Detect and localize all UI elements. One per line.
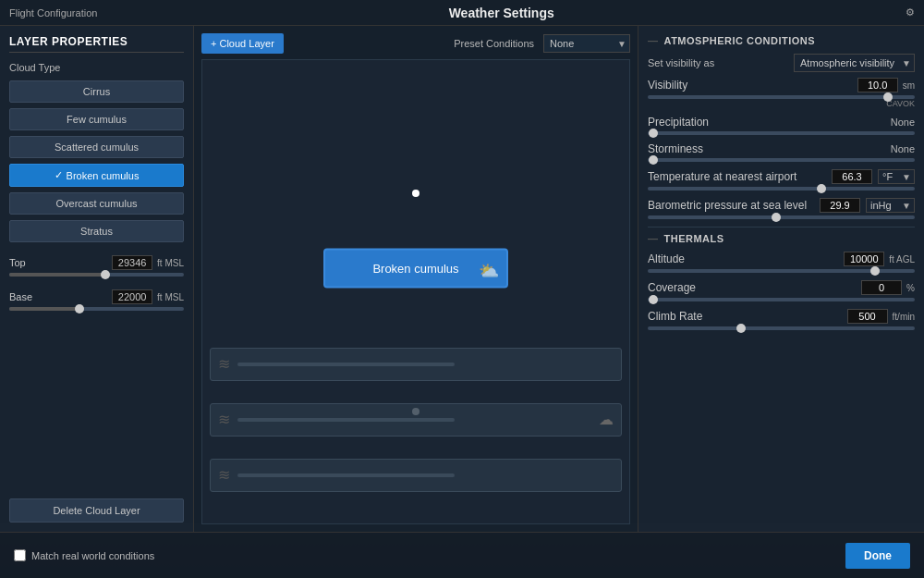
cloud-type-few-cumulus[interactable]: Few cumulus xyxy=(9,108,184,130)
pressure-slider-track[interactable] xyxy=(648,215,915,219)
altitude-thumb[interactable] xyxy=(870,266,880,276)
inactive-layer-2[interactable]: ≋ ☁ xyxy=(210,403,622,437)
bottom-bar: Match real world conditions Done xyxy=(0,532,924,578)
window-title: Weather Settings xyxy=(449,6,554,20)
set-visibility-label: Set visibility as xyxy=(648,57,794,68)
cloud-type-scattered-cumulus[interactable]: Scattered cumulus xyxy=(9,136,184,158)
cloud-icon: ⛅ xyxy=(479,261,499,281)
active-cloud-layer[interactable]: Broken cumulus ⛅ xyxy=(323,249,508,289)
pressure-label: Barometric pressure at sea level xyxy=(648,199,807,212)
top-slider-thumb[interactable] xyxy=(101,270,110,279)
base-slider-thumb[interactable] xyxy=(75,304,84,314)
visibility-label: Visibility xyxy=(648,79,687,92)
altitude-label: Altitude xyxy=(648,252,685,265)
base-slider-value[interactable]: 22000 xyxy=(112,289,152,304)
pressure-unit-wrapper: inHghPammHg ▼ xyxy=(866,198,915,213)
preset-select-wrapper: None Clear Sky Partly Cloudy Overcast St… xyxy=(543,34,630,53)
base-slider-fill xyxy=(9,307,79,311)
main-container: LAYER PROPERTIES Cloud Type Cirrus Few c… xyxy=(0,26,924,532)
top-slider-track[interactable] xyxy=(9,273,184,277)
pressure-thumb[interactable] xyxy=(772,213,781,222)
storminess-label: Storminess xyxy=(648,142,703,155)
thermals-separator xyxy=(648,227,915,228)
atmospheric-section-header: ATMOSPHERIC CONDITIONS xyxy=(648,35,915,46)
altitude-unit: ft AGL xyxy=(889,254,915,264)
temperature-slider-row: Temperature at nearest airport 66.3 °F°C… xyxy=(648,169,915,191)
wind-icon-1: ≋ xyxy=(218,355,230,373)
visibility-slider-track[interactable] xyxy=(648,95,915,99)
cloud-type-stratus[interactable]: Stratus xyxy=(9,220,184,242)
precipitation-none: None xyxy=(891,117,915,128)
add-layer-button[interactable]: + Cloud Layer xyxy=(201,33,284,54)
top-slider-fill xyxy=(9,273,105,277)
precipitation-thumb[interactable] xyxy=(649,129,658,138)
climb-rate-thumb[interactable] xyxy=(736,324,746,333)
temperature-value[interactable]: 66.3 xyxy=(832,169,872,184)
cavok-label: CAVOK xyxy=(648,99,915,108)
cloud-type-overcast-cumulus[interactable]: Overcast cumulus xyxy=(9,192,184,215)
cloud-type-label: Cloud Type xyxy=(9,62,184,73)
base-slider-track[interactable] xyxy=(9,307,184,311)
top-slider-unit: ft MSL xyxy=(157,258,184,268)
storminess-thumb[interactable] xyxy=(649,155,658,165)
coverage-slider-track[interactable] xyxy=(648,298,915,301)
climb-rate-slider-track[interactable] xyxy=(648,326,915,330)
pressure-value[interactable]: 29.9 xyxy=(820,198,860,213)
coverage-slider-row: Coverage 0 % xyxy=(648,280,915,301)
pressure-unit-select[interactable]: inHghPammHg xyxy=(866,198,915,213)
inactive-layer-1[interactable]: ≋ xyxy=(210,348,622,381)
set-visibility-select-wrapper: Atmospheric visibility RVR Manual ▼ xyxy=(794,54,915,72)
coverage-label: Coverage xyxy=(648,281,696,294)
temperature-thumb[interactable] xyxy=(817,184,826,193)
inactive-layer-3[interactable]: ≋ xyxy=(210,459,622,492)
cloud-type-broken-cumulus[interactable]: ✓ Broken cumulus xyxy=(9,164,184,187)
top-layer-dot xyxy=(412,190,419,197)
temperature-unit-wrapper: °F°C ▼ xyxy=(878,169,915,184)
done-button[interactable]: Done xyxy=(845,543,910,569)
base-slider-section: Base 22000 ft MSL xyxy=(9,289,184,313)
set-visibility-row: Set visibility as Atmospheric visibility… xyxy=(648,54,915,72)
wind-icon-3: ≋ xyxy=(218,466,230,484)
visibility-value[interactable]: 10.0 xyxy=(857,78,898,92)
match-real-world-checkbox-wrapper[interactable]: Match real world conditions xyxy=(14,549,154,561)
cloud-type-cirrus[interactable]: Cirrus xyxy=(9,80,184,103)
check-icon: ✓ xyxy=(55,169,63,181)
middle-top-bar: + Cloud Layer Preset Conditions None Cle… xyxy=(201,33,630,54)
left-panel: LAYER PROPERTIES Cloud Type Cirrus Few c… xyxy=(0,26,194,532)
precipitation-slider-track[interactable] xyxy=(648,131,915,135)
inactive-bar-3 xyxy=(237,473,455,477)
inactive-bar-1 xyxy=(237,363,455,366)
storminess-slider-row: Storminess None xyxy=(648,142,915,162)
delete-cloud-layer-button[interactable]: Delete Cloud Layer xyxy=(9,498,184,523)
middle-panel: + Cloud Layer Preset Conditions None Cle… xyxy=(194,26,638,532)
altitude-value[interactable]: 10000 xyxy=(844,252,884,266)
climb-rate-value[interactable]: 500 xyxy=(847,309,888,324)
storminess-slider-track[interactable] xyxy=(648,158,915,162)
preset-select[interactable]: None Clear Sky Partly Cloudy Overcast St… xyxy=(543,34,630,53)
climb-rate-unit: ft/min xyxy=(893,312,915,322)
preset-label: Preset Conditions xyxy=(454,38,534,49)
visibility-unit: sm xyxy=(903,80,915,91)
top-bar: Flight Configuration Weather Settings ⚙ xyxy=(0,0,924,26)
active-layer-name: Broken cumulus xyxy=(372,262,458,276)
coverage-thumb[interactable] xyxy=(649,295,658,304)
top-slider-label: Top xyxy=(9,257,26,268)
set-visibility-select[interactable]: Atmospheric visibility RVR Manual xyxy=(794,54,915,72)
base-slider-label: Base xyxy=(9,291,32,302)
temperature-unit-select[interactable]: °F°C xyxy=(878,169,915,184)
precipitation-label: Precipitation xyxy=(648,116,709,129)
flight-config-link[interactable]: Flight Configuration xyxy=(9,7,97,18)
temperature-slider-track[interactable] xyxy=(648,187,915,191)
pressure-slider-row: Barometric pressure at sea level 29.9 in… xyxy=(648,198,915,219)
coverage-value[interactable]: 0 xyxy=(861,280,902,295)
altitude-slider-track[interactable] xyxy=(648,269,915,273)
cloud-layers-area: Broken cumulus ⛅ ≋ ≋ ☁ ≋ xyxy=(201,59,630,524)
wind-icon-2: ≋ xyxy=(218,411,230,428)
precipitation-slider-row: Precipitation None xyxy=(648,116,915,135)
coverage-unit: % xyxy=(906,283,915,293)
match-real-world-checkbox[interactable] xyxy=(14,549,26,561)
visibility-thumb[interactable] xyxy=(883,92,893,102)
visibility-slider-row: Visibility 10.0 sm CAVOK xyxy=(648,78,915,108)
right-panel: ATMOSPHERIC CONDITIONS Set visibility as… xyxy=(638,26,924,532)
top-slider-value[interactable]: 29346 xyxy=(112,255,152,270)
